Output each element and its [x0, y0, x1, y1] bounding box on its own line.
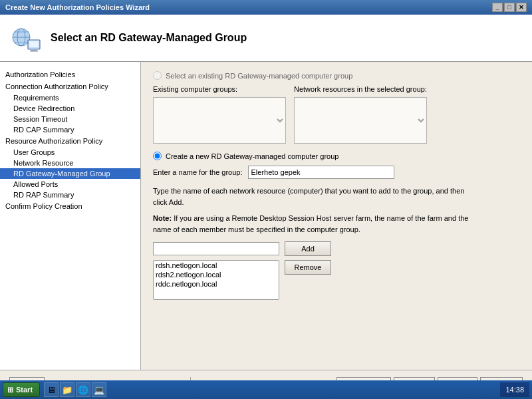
wizard-body: Authorization Policies Connection Author… — [0, 62, 532, 370]
sidebar-item-confirm-policy[interactable]: Confirm Policy Creation — [0, 200, 140, 212]
remove-button[interactable]: Remove — [285, 260, 331, 275]
resource-item-rdsh2[interactable]: rdsh2.netlogon.local — [154, 270, 279, 279]
resource-item-rdsh[interactable]: rdsh.netlogon.local — [154, 261, 279, 270]
existing-computer-groups-label: Existing computer groups: — [153, 85, 286, 93]
sidebar-item-network-resource[interactable]: Network Resource — [0, 158, 140, 168]
close-button[interactable]: ✕ — [516, 3, 527, 12]
svg-rect-7 — [31, 49, 37, 51]
existing-group-radio-row: Select an existing RD Gateway-managed co… — [153, 71, 520, 80]
sidebar-item-rd-rap-summary[interactable]: RD RAP Summary — [0, 190, 140, 200]
content-area: Select an existing RD Gateway-managed co… — [141, 62, 532, 370]
sidebar-item-rd-cap-summary[interactable]: RD CAP Summary — [0, 124, 140, 135]
start-button[interactable]: ⊞ Start — [3, 382, 40, 397]
wizard-window: Select an RD Gateway-Managed Group Autho… — [0, 15, 532, 399]
wizard-header: Select an RD Gateway-Managed Group — [0, 15, 532, 62]
title-bar: Create New Authorization Policies Wizard… — [0, 0, 532, 15]
taskbar-items: 🖥 📁 🌐 💻 — [44, 382, 106, 397]
title-bar-buttons: _ □ ✕ — [492, 3, 527, 12]
start-label: Start — [16, 386, 33, 394]
existing-group-columns: Existing computer groups: Network resour… — [153, 85, 520, 144]
existing-group-radio-label: Select an existing RD Gateway-managed co… — [166, 72, 352, 80]
sidebar-item-resource-auth-policy[interactable]: Resource Authorization Policy — [0, 135, 140, 147]
taskbar: ⊞ Start 🖥 📁 🌐 💻 14:38 — [0, 380, 532, 399]
svg-rect-6 — [29, 41, 39, 47]
sidebar-item-device-redirection[interactable]: Device Redirection — [0, 103, 140, 114]
network-resources-list[interactable] — [294, 97, 427, 144]
group-name-row: Enter a name for the group: — [153, 166, 520, 179]
instruction-text: Type the name of each network resource (… — [153, 186, 472, 207]
note-text: Note: If you are using a Remote Desktop … — [153, 213, 472, 235]
resource-item-rddc[interactable]: rddc.netlogon.local — [154, 279, 279, 289]
network-resources-label: Network resources in the selected group: — [294, 85, 427, 93]
minimize-button[interactable]: _ — [492, 3, 503, 12]
network-resources-col: Network resources in the selected group: — [294, 85, 427, 144]
maximize-button[interactable]: □ — [504, 3, 515, 12]
sidebar-item-requirements[interactable]: Requirements — [0, 92, 140, 103]
sidebar-item-user-groups[interactable]: User Groups — [0, 147, 140, 158]
taskbar-icon-2[interactable]: 📁 — [60, 382, 74, 397]
resources-list[interactable]: rdsh.netlogon.local rdsh2.netlogon.local… — [153, 260, 279, 300]
group-name-input[interactable] — [248, 166, 394, 179]
title-bar-text: Create New Authorization Policies Wizard — [5, 3, 150, 11]
wizard-icon — [11, 23, 41, 53]
add-button[interactable]: Add — [285, 241, 331, 256]
add-resource-input[interactable] — [153, 242, 279, 255]
taskbar-clock: 14:38 — [500, 382, 529, 397]
sidebar: Authorization Policies Connection Author… — [0, 62, 141, 370]
create-group-radio[interactable] — [153, 152, 162, 160]
sidebar-item-conn-auth-policy[interactable]: Connection Authorization Policy — [0, 80, 140, 92]
wizard-title: Select an RD Gateway-Managed Group — [51, 32, 247, 44]
sidebar-item-rd-gateway-managed-group[interactable]: RD Gateway-Managed Group — [0, 168, 140, 179]
group-name-label: Enter a name for the group: — [153, 168, 243, 176]
svg-rect-8 — [30, 51, 38, 52]
existing-group-radio[interactable] — [153, 71, 162, 80]
start-icon: ⊞ — [7, 386, 13, 394]
existing-computer-groups-list[interactable] — [153, 97, 286, 144]
sidebar-item-auth-policies[interactable]: Authorization Policies — [0, 68, 140, 80]
existing-computer-groups-col: Existing computer groups: — [153, 85, 286, 144]
resources-section: rdsh.netlogon.local rdsh2.netlogon.local… — [153, 260, 520, 300]
add-resource-row: Add — [153, 241, 520, 256]
create-group-radio-label: Create a new RD Gateway-managed computer… — [166, 152, 338, 160]
taskbar-icon-1[interactable]: 🖥 — [44, 382, 59, 397]
create-group-radio-row: Create a new RD Gateway-managed computer… — [153, 152, 520, 160]
note-label: Note: — [153, 214, 172, 222]
taskbar-icon-4[interactable]: 💻 — [92, 382, 106, 397]
sidebar-item-session-timeout[interactable]: Session Timeout — [0, 114, 140, 124]
sidebar-item-allowed-ports[interactable]: Allowed Ports — [0, 179, 140, 190]
taskbar-icon-3[interactable]: 🌐 — [76, 382, 90, 397]
clock-time: 14:38 — [505, 386, 524, 394]
